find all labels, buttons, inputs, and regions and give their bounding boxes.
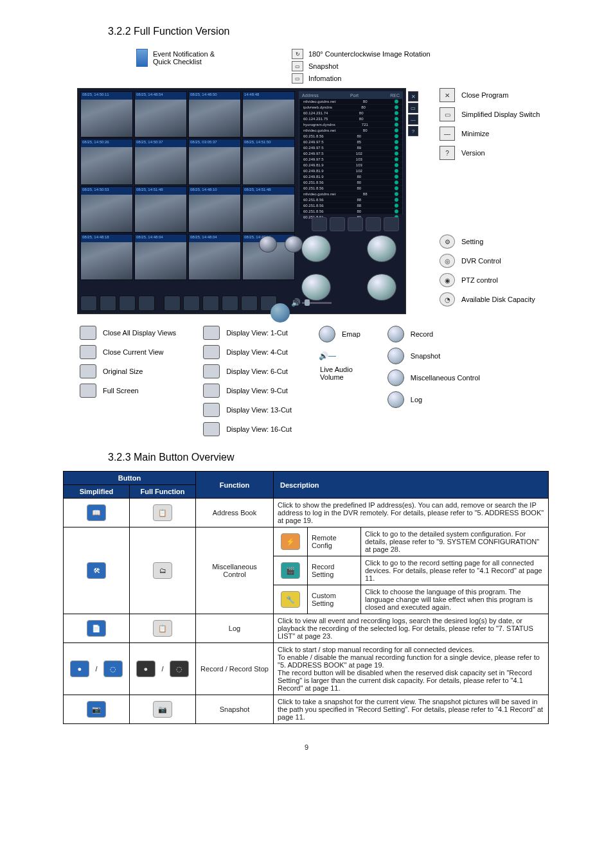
address-row: 60.124.231.7480 [299,111,402,116]
dvr-control-label: DVR Control [461,257,501,265]
close-all-legend-icon [80,326,96,340]
misc-legend-icon [387,369,404,386]
minimize-tri: — [408,114,418,125]
misc-simplified-icon: 🛠 [87,562,106,579]
full-screen-icon [138,296,155,311]
remote-config-icon: ⚡ [281,533,300,550]
address-row: ntlvideo.gotdns.net80 [299,128,402,134]
main-controls [301,235,396,301]
record-icon [301,235,331,262]
section-title-full-function: 3.2.2 Full Function Version [108,26,574,37]
th-full-function: Full Function [130,485,196,499]
address-row: ntlvideo.gotdns.net88 [299,191,402,197]
bottom-toolbar: 🔊 [80,296,336,311]
record-label: Record [411,330,433,338]
record-legend-icon [387,326,404,342]
video-cell [242,186,295,233]
section-title-main-button: 3.2.3 Main Button Overview [108,452,574,463]
video-cell [80,186,133,233]
desc-record-setting: Click to go to the record setting page f… [361,556,549,585]
cut6-label: Display View: 6-Cut [226,368,288,375]
original-size-icon [119,296,136,311]
sub-record-setting: Record Setting [308,556,361,585]
video-cell [134,91,187,137]
address-row: 60.251.8.5680 [299,186,402,191]
address-row: 60.249.81.9103 [299,163,402,168]
right-legend: ✕Close Program ▭Simplified Display Switc… [440,88,568,312]
log-legend-label: Log [411,396,422,403]
address-row: ntlvideo.gotdns.net80 [299,99,402,105]
video-cell [188,91,241,137]
rotation-icon: ↻ [292,49,303,59]
th-simplified: Simplified [64,485,130,499]
event-notification-icon [136,49,148,67]
page-number: 9 [39,743,574,751]
address-toolbar [296,217,403,235]
snapshot-legend-icon [387,348,404,364]
table-row: 📖 📋 Address Book Click to show the prede… [64,499,549,527]
cut4-legend-icon [203,345,220,359]
misc-legend-label: Miscellaneous Control [411,374,480,382]
volume-slider: 🔊 [291,298,336,308]
snapshot-simplified-icon: 📷 [87,701,106,718]
dvr-control-icon: ◎ [440,254,455,268]
full-screen-label: Full Screen [103,387,139,394]
address-row: ipdvrweb.dyndns80 [299,105,402,111]
setting-gear-icon [259,236,277,252]
close-program-tri: ✕ [408,91,418,102]
cut4-label: Display View: 4-Cut [226,348,288,356]
th-description: Description [274,472,549,499]
emap-label: Emap [342,330,360,338]
address-row: 60.249.97.585 [299,139,402,145]
video-cell [134,139,187,185]
minimize-icon: — [440,127,455,141]
cut13-label: Display View: 13-Cut [226,406,292,414]
setting-label: Setting [461,238,483,245]
cut4-icon [183,296,200,311]
info-label: Infomation [308,75,341,82]
version-label: Version [461,149,485,157]
log-legend-icon [387,391,404,408]
desc-record: Click to start / stop manual recording f… [274,643,549,695]
sub-remote-config: Remote Config [308,527,361,556]
close-all-label: Close All Display Views [103,329,176,337]
overview-table: Button Function Description Simplified F… [63,471,549,724]
address-book-full-icon: 📋 [153,504,172,521]
cut6-icon [202,296,219,311]
desc-snapshot: Click to take a snapshot for the current… [274,695,549,724]
ptz-control-label: PTZ control [461,276,498,284]
dvr-icon [285,236,303,252]
desc-log: Click to view all event and recording lo… [274,614,549,643]
snapshot-label: Snapshot [308,62,338,70]
simplified-switch-label: Simplified Display Switch [461,111,540,118]
address-row: 60.251.8.5688 [299,203,402,209]
snapshot-legend-label: Snapshot [411,352,440,360]
record-on-full-icon: ● [136,660,155,677]
live-audio-icon: 🔊— [319,351,337,360]
table-row: 📷 📷 Snapshot Click to take a snapshot fo… [64,695,549,724]
live-audio-label: Live Audio Volume [320,366,360,381]
cut9-legend-icon [203,384,220,398]
th-button: Button [64,472,196,485]
record-off-simplified-icon: ◌ [103,660,123,677]
full-screen-legend-icon [80,384,96,398]
address-row: 60.249.97.5103 [299,157,402,163]
table-row: 📄 📋 Log Click to view all event and reco… [64,614,549,643]
close-program-label: Close Program [461,91,508,99]
snapshot-full-icon: 📷 [153,701,172,718]
log-full-icon: 📋 [153,620,172,637]
cut13-legend-icon [203,403,220,417]
minimize-label: Minimize [461,130,489,137]
cut16-label: Display View: 16-Cut [226,425,292,433]
disk-capacity-label: Available Disk Capacity [461,296,535,303]
close-program-icon: ✕ [440,88,455,102]
func-address-book: Address Book [196,499,274,527]
address-row: 60.251.8.5688 [299,197,402,203]
log-icon [367,274,396,301]
func-log: Log [196,614,274,643]
original-size-label: Original Size [103,368,143,375]
close-current-legend-icon [80,345,96,359]
func-snapshot: Snapshot [196,695,274,724]
app-screenshot: AddressPortREC ntlvideo.gotdns.net80ipdv… [77,88,406,314]
snapshot-icon: ▭ [292,61,303,71]
